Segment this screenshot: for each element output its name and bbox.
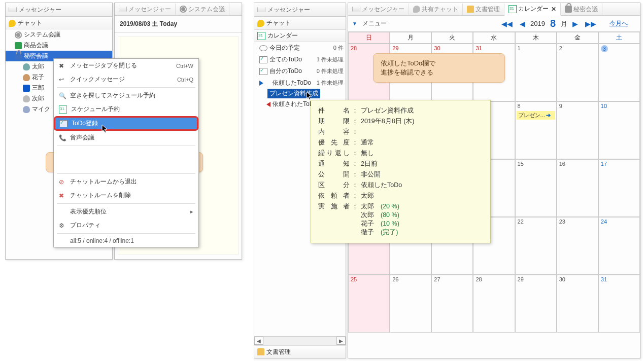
right-main: メッセンジャー 共有チャット 文書管理 カレンダー✕ 秘密会議 ▼ メニュー ◀…	[348, 3, 640, 10]
tab-label: 共有チャット	[422, 5, 458, 11]
tab-secret[interactable]: 秘密会議	[561, 4, 602, 11]
left-tabstrip: メッセンジャー システム会議	[115, 3, 242, 10]
tab-label: カレンダー	[518, 5, 549, 10]
tab-close[interactable]: ✕	[551, 6, 556, 11]
tab-label: システム会議	[188, 5, 225, 11]
left-sidebar-title: メッセンジャー	[6, 3, 112, 10]
chat-icon	[413, 6, 420, 10]
tab-share[interactable]: 共有チャット	[409, 4, 463, 11]
right-sidebar: メッセンジャー チャット カレンダー 今日の予定0 件 全てのToDo1 件未処…	[254, 3, 346, 10]
tab-label: メッセンジャー	[362, 5, 404, 11]
envelope-icon	[352, 5, 360, 10]
right-tabstrip: メッセンジャー 共有チャット 文書管理 カレンダー✕ 秘密会議	[348, 3, 640, 10]
envelope-icon	[257, 6, 265, 10]
tab-calendar[interactable]: カレンダー✕	[504, 3, 561, 10]
folder-icon	[467, 6, 474, 10]
tab-messenger[interactable]: メッセンジャー	[115, 4, 176, 11]
tab-label: 秘密会議	[573, 5, 598, 11]
tab-label: メッセンジャー	[128, 5, 171, 11]
tab-docs[interactable]: 文書管理	[463, 4, 504, 11]
left-sidebar: メッセンジャー チャット システム会議 商品会議 秘密会議 太郎 花子 三郎 次…	[5, 3, 113, 10]
left-sidebar-title-text: メッセンジャー	[19, 6, 61, 11]
calendar-icon	[509, 5, 517, 11]
tab-system[interactable]: システム会議	[176, 4, 229, 11]
envelope-icon	[9, 6, 17, 10]
title-text: メッセンジャー	[267, 6, 310, 11]
gear-icon	[180, 6, 187, 10]
lock-icon	[565, 6, 572, 10]
left-main: メッセンジャー システム会議 2019/08/03 土 Today	[114, 3, 242, 10]
right-sidebar-title: メッセンジャー	[254, 3, 346, 10]
tab-label: 文書管理	[476, 5, 500, 11]
envelope-icon	[119, 5, 127, 10]
tab-messenger[interactable]: メッセンジャー	[348, 4, 409, 11]
